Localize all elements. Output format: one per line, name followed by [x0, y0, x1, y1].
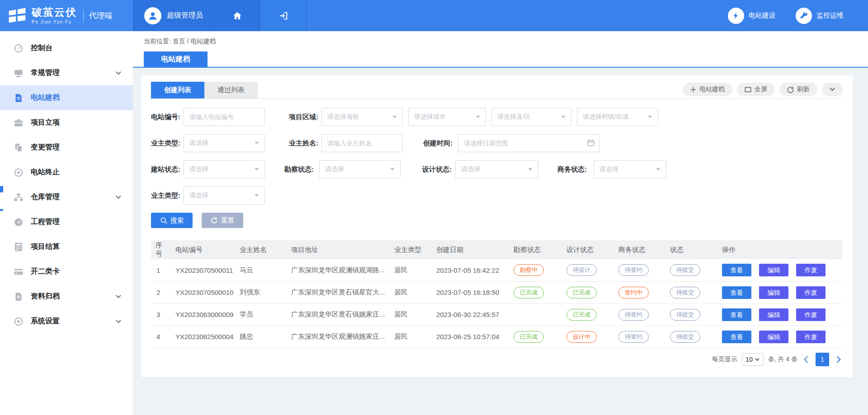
sidebar-scrollbar-mark: [0, 209, 3, 211]
village-select[interactable]: 请选择村镇/街道: [577, 108, 658, 126]
list-card: 创建列表 通过列表 电站建档 全屏: [141, 75, 853, 377]
cell-created: 2023-06-30 22:45:57: [433, 303, 510, 326]
city-select[interactable]: 请选择城市: [408, 108, 486, 126]
edit-button[interactable]: 编辑: [759, 264, 788, 276]
sidebar-item-station-filing[interactable]: 电站建档: [0, 85, 133, 110]
sidebar-item-label: 变更管理: [31, 143, 121, 152]
brand[interactable]: 破茧云伏 Po Jian Yun Fu 代理端: [0, 0, 133, 31]
sidebar-item-engineering-mgmt[interactable]: 工程管理: [0, 210, 133, 234]
filter-station-code: 电站编号:: [151, 108, 265, 126]
city-placeholder: 请选择城市: [414, 113, 446, 121]
status-badge: 待提交: [670, 309, 700, 321]
sidebar-item-console[interactable]: 控制台: [0, 36, 133, 61]
tab-create-list[interactable]: 创建列表: [151, 82, 204, 98]
view-button[interactable]: 查看: [722, 286, 751, 299]
collapse-button[interactable]: [822, 83, 843, 96]
user-menu[interactable]: 超级管理员: [133, 0, 214, 31]
nav-station-construction[interactable]: 电站建设: [728, 8, 776, 24]
dashboard-icon: [14, 43, 24, 53]
reset-button[interactable]: 重置: [202, 213, 243, 228]
topbar-spacer: [307, 0, 728, 31]
void-button[interactable]: 作废: [796, 331, 826, 343]
business-status-placeholder: 请选择: [599, 165, 618, 173]
per-page-select[interactable]: 10: [742, 353, 764, 366]
brand-divider: [83, 9, 84, 22]
tab-passed-list[interactable]: 通过列表: [204, 82, 258, 98]
document-icon: [14, 93, 24, 103]
topbar: 破茧云伏 Po Jian Yun Fu 代理端 超级管理员: [0, 0, 868, 31]
col-address: 项目地址: [288, 240, 391, 259]
caret-down-icon: [255, 168, 259, 171]
fullscreen-button[interactable]: 全屏: [737, 83, 775, 96]
sidebar-item-change-mgmt[interactable]: 变更管理: [0, 135, 133, 160]
owner-name-input[interactable]: [321, 134, 403, 152]
body-row: 控制台 常规管理 电站建档 项: [0, 31, 868, 415]
status-badge: 待提交: [670, 331, 700, 343]
void-button[interactable]: 作废: [796, 264, 826, 276]
business-status-badge: 待签约: [618, 309, 649, 321]
edit-button[interactable]: 编辑: [759, 331, 788, 343]
chevron-down-icon: [116, 320, 121, 323]
next-page-button[interactable]: [835, 356, 843, 363]
void-button[interactable]: 作废: [796, 286, 826, 299]
create-time-label: 创建时间:: [423, 139, 458, 148]
business-status-select[interactable]: 请选择: [594, 160, 666, 178]
table-row: 1 YX2023070500011 马云 广东深圳龙华区观澜镇观湖路... 居民…: [151, 259, 843, 281]
sidebar-item-label: 电站终止: [31, 168, 121, 177]
sidebar-item-project-initiation[interactable]: 项目立项: [0, 110, 133, 135]
sidebar-item-project-settlement[interactable]: 项目结算: [0, 234, 133, 259]
prev-page-button[interactable]: [802, 356, 810, 363]
void-button[interactable]: 作废: [796, 308, 826, 321]
sidebar-item-label: 项目立项: [31, 118, 121, 127]
filter-project-region: 项目区域: 请选择省份 请选择城市 请选择县/区 请选择村镇/街道: [289, 108, 658, 126]
province-select[interactable]: 请选择省份: [321, 108, 403, 126]
sidebar-item-general-mgmt[interactable]: 常规管理: [0, 61, 133, 85]
card-header: 创建列表 通过列表 电站建档 全屏: [151, 82, 843, 99]
cell-seq: 3: [151, 303, 172, 326]
cell-seq: 1: [151, 259, 172, 281]
design-status-select[interactable]: 请选择: [455, 160, 538, 178]
sidebar-item-station-termination[interactable]: 电站终止: [0, 160, 133, 185]
cell-code: YX2023070500010: [172, 281, 236, 303]
view-button[interactable]: 查看: [722, 308, 751, 321]
filter-row-1: 电站编号: 项目区域: 请选择省份 请选择城市 请选择县/区 请选择村镇/街道: [151, 108, 843, 126]
sidebar-item-archives[interactable]: 资料归档: [0, 284, 133, 309]
sidebar-item-system-settings[interactable]: 系统设置: [0, 309, 133, 334]
sidebar-item-warehouse-mgmt[interactable]: 仓库管理: [0, 185, 133, 210]
nav-monitor-ops[interactable]: 监控运维: [796, 8, 844, 24]
sidebar-item-class2-card[interactable]: 开二类卡: [0, 259, 133, 284]
page-tab-station-filing[interactable]: 电站建档: [144, 51, 208, 67]
station-code-input[interactable]: [184, 108, 265, 126]
search-button[interactable]: 搜索: [151, 213, 193, 228]
logout-button[interactable]: [260, 0, 307, 31]
edit-button[interactable]: 编辑: [759, 286, 788, 299]
survey-status-select[interactable]: 请选择: [319, 160, 401, 178]
province-placeholder: 请选择省份: [327, 113, 359, 121]
county-select[interactable]: 请选择县/区: [491, 108, 571, 126]
filter-row-4: 业主类型: 请选择: [151, 187, 843, 205]
sidebar-item-label: 系统设置: [31, 317, 108, 326]
date-range-input[interactable]: [458, 134, 599, 152]
date-range-picker[interactable]: [458, 134, 599, 152]
view-button[interactable]: 查看: [722, 264, 751, 276]
view-button[interactable]: 查看: [722, 331, 751, 343]
filter-build-status: 建站状态: 请选择: [151, 160, 265, 178]
survey-status-badge: 已完成: [514, 331, 544, 343]
col-actions: 操作: [718, 240, 843, 259]
sidebar-scrollbar-thumb[interactable]: [0, 186, 3, 192]
build-status-select[interactable]: 请选择: [184, 160, 265, 178]
col-survey: 勘察状态: [510, 240, 563, 259]
refresh-button[interactable]: 刷新: [779, 83, 817, 96]
sidebar-item-label: 控制台: [31, 43, 121, 53]
edit-button[interactable]: 编辑: [759, 308, 788, 321]
owner-type-select[interactable]: 请选择: [184, 134, 265, 152]
total-count-label: 条, 共 4 条: [768, 355, 797, 364]
page-1-button[interactable]: 1: [816, 353, 829, 366]
filter-form: 电站编号: 项目区域: 请选择省份 请选择城市 请选择县/区 请选择村镇/街道: [151, 99, 843, 205]
col-business: 商务状态: [615, 240, 666, 259]
add-station-button[interactable]: 电站建档: [683, 83, 732, 96]
breadcrumb-home[interactable]: 首页: [173, 37, 185, 45]
wrench-icon: [796, 8, 812, 24]
owner-type-2-select[interactable]: 请选择: [184, 187, 265, 205]
home-button[interactable]: [214, 0, 260, 31]
